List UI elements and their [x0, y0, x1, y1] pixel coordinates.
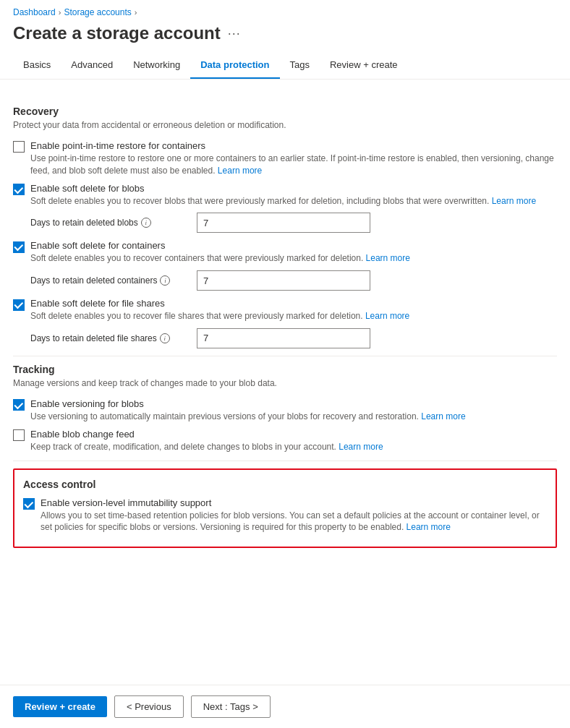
divider-2	[13, 461, 557, 461]
access-control-title: Access control	[23, 479, 547, 490]
breadcrumb-dashboard[interactable]: Dashboard	[13, 7, 56, 17]
tab-advanced[interactable]: Advanced	[61, 53, 123, 79]
checkbox-group-immutability: Enable version-level immutability suppor…	[23, 497, 547, 534]
blob-change-feed-learn-more[interactable]: Learn more	[339, 442, 383, 452]
field-row-retain-containers: Days to retain deleted containers i	[30, 270, 557, 291]
checkbox-versioning[interactable]	[13, 399, 25, 411]
breadcrumb-chevron1: ›	[59, 8, 61, 17]
breadcrumb: Dashboard › Storage accounts ›	[0, 0, 570, 20]
checkbox-soft-delete-blobs-label: Enable soft delete for blobs	[30, 183, 145, 194]
checkbox-row-versioning: Enable versioning for blobs Use versioni…	[13, 398, 557, 423]
review-create-button[interactable]: Review + create	[13, 696, 107, 717]
checkbox-blob-change-feed[interactable]	[13, 429, 25, 441]
page-title-menu-icon[interactable]: ···	[228, 26, 241, 41]
checkbox-blob-change-feed-desc: Keep track of create, modification, and …	[30, 441, 557, 453]
next-button[interactable]: Next : Tags >	[191, 695, 271, 718]
checkbox-point-in-time-label: Enable point-in-time restore for contain…	[30, 140, 205, 151]
retain-blobs-info-icon[interactable]: i	[141, 218, 151, 228]
previous-button[interactable]: < Previous	[114, 695, 184, 718]
checkbox-row-soft-delete-file-shares: Enable soft delete for file shares Soft …	[13, 298, 557, 322]
main-content: Recovery Protect your data from accident…	[0, 80, 570, 548]
checkbox-group-soft-delete-file-shares: Enable soft delete for file shares Soft …	[13, 298, 557, 348]
checkbox-row-immutability: Enable version-level immutability suppor…	[23, 497, 547, 534]
point-in-time-learn-more[interactable]: Learn more	[218, 166, 262, 176]
field-row-retain-file-shares: Days to retain deleted file shares i	[30, 328, 557, 348]
retain-blobs-label: Days to retain deleted blobs i	[30, 218, 190, 228]
checkbox-group-point-in-time: Enable point-in-time restore for contain…	[13, 140, 557, 177]
checkbox-blob-change-feed-label: Enable blob change feed	[30, 429, 135, 440]
recovery-section: Recovery Protect your data from accident…	[13, 106, 557, 348]
checkbox-soft-delete-containers-desc: Soft delete enables you to recover conta…	[30, 252, 557, 265]
access-control-box: Access control Enable version-level immu…	[13, 468, 557, 549]
checkbox-point-in-time[interactable]	[13, 141, 25, 153]
tracking-section: Tracking Manage versions and keep track …	[13, 364, 557, 453]
checkbox-versioning-desc: Use versioning to automatically maintain…	[30, 411, 557, 423]
checkbox-versioning-label: Enable versioning for blobs	[30, 398, 144, 409]
immutability-learn-more[interactable]: Learn more	[407, 522, 451, 532]
versioning-learn-more[interactable]: Learn more	[421, 411, 465, 421]
checkbox-immutability[interactable]	[23, 498, 35, 510]
checkbox-group-soft-delete-blobs: Enable soft delete for blobs Soft delete…	[13, 183, 557, 234]
checkbox-soft-delete-file-shares-desc: Soft delete enables you to recover file …	[30, 310, 557, 322]
recovery-title: Recovery	[13, 106, 557, 117]
checkbox-group-soft-delete-containers: Enable soft delete for containers Soft d…	[13, 240, 557, 291]
checkbox-group-blob-change-feed: Enable blob change feed Keep track of cr…	[13, 429, 557, 453]
field-row-retain-blobs: Days to retain deleted blobs i	[30, 213, 557, 233]
retain-file-shares-input[interactable]	[197, 328, 370, 348]
tab-data-protection[interactable]: Data protection	[190, 53, 279, 79]
retain-containers-info-icon[interactable]: i	[160, 275, 170, 286]
tab-tags[interactable]: Tags	[280, 53, 320, 79]
checkbox-soft-delete-file-shares[interactable]	[13, 299, 25, 311]
recovery-desc: Protect your data from accidental or err…	[13, 120, 557, 130]
checkbox-immutability-desc: Allows you to set time-based retention p…	[41, 510, 547, 534]
checkbox-soft-delete-blobs-desc: Soft delete enables you to recover blobs…	[30, 195, 557, 207]
retain-containers-label: Days to retain deleted containers i	[30, 275, 190, 286]
checkbox-soft-delete-containers-label: Enable soft delete for containers	[30, 240, 165, 251]
tracking-title: Tracking	[13, 364, 557, 375]
divider-1	[13, 356, 557, 356]
bottom-bar: Review + create < Previous Next : Tags >	[0, 685, 570, 728]
breadcrumb-chevron2: ›	[135, 8, 137, 17]
checkbox-soft-delete-file-shares-label: Enable soft delete for file shares	[30, 298, 165, 309]
retain-file-shares-label: Days to retain deleted file shares i	[30, 333, 190, 343]
retain-file-shares-info-icon[interactable]: i	[160, 333, 170, 343]
tab-review-create[interactable]: Review + create	[320, 53, 408, 79]
breadcrumb-storage-accounts[interactable]: Storage accounts	[64, 7, 131, 17]
tab-basics[interactable]: Basics	[13, 53, 61, 79]
retain-containers-input[interactable]	[197, 270, 370, 291]
retain-blobs-input[interactable]	[197, 213, 370, 233]
checkbox-row-blob-change-feed: Enable blob change feed Keep track of cr…	[13, 429, 557, 453]
tab-bar: Basics Advanced Networking Data protecti…	[0, 53, 570, 80]
checkbox-row-soft-delete-blobs: Enable soft delete for blobs Soft delete…	[13, 183, 557, 207]
page-title: Create a storage account	[13, 23, 221, 43]
page-title-row: Create a storage account ···	[0, 20, 570, 53]
checkbox-immutability-label: Enable version-level immutability suppor…	[41, 497, 211, 508]
checkbox-soft-delete-blobs[interactable]	[13, 184, 25, 195]
soft-delete-blobs-learn-more[interactable]: Learn more	[492, 196, 536, 206]
checkbox-soft-delete-containers[interactable]	[13, 241, 25, 253]
access-control-section: Access control Enable version-level immu…	[13, 468, 557, 549]
checkbox-row-point-in-time: Enable point-in-time restore for contain…	[13, 140, 557, 177]
checkbox-point-in-time-desc: Use point-in-time restore to restore one…	[30, 153, 557, 177]
soft-delete-file-shares-learn-more[interactable]: Learn more	[365, 311, 409, 321]
checkbox-row-soft-delete-containers: Enable soft delete for containers Soft d…	[13, 240, 557, 265]
soft-delete-containers-learn-more[interactable]: Learn more	[366, 253, 410, 263]
tab-networking[interactable]: Networking	[123, 53, 190, 79]
checkbox-group-versioning: Enable versioning for blobs Use versioni…	[13, 398, 557, 423]
tracking-desc: Manage versions and keep track of change…	[13, 378, 557, 388]
